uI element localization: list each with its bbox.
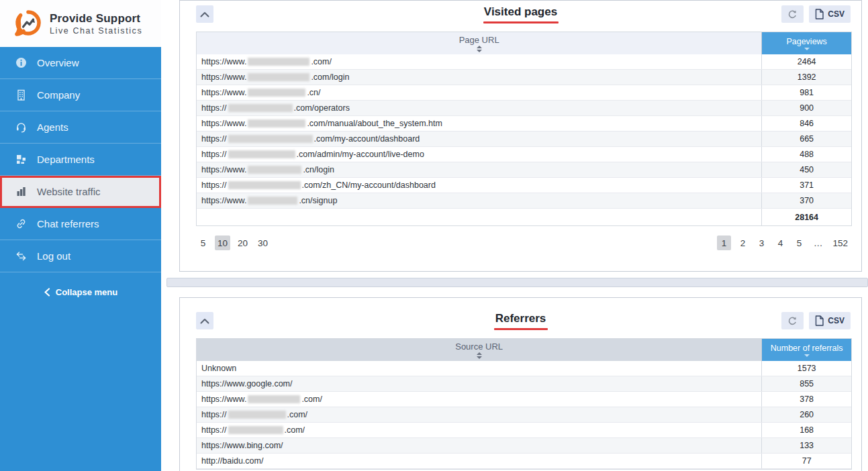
logo-title: Provide Support <box>50 12 142 25</box>
collapse-panel-button[interactable] <box>196 312 213 329</box>
table-row: https://.com/ 260 <box>197 407 851 423</box>
sort-desc-icon <box>804 354 810 357</box>
page-url-cell: https://.com/my-account/dashboard <box>197 132 762 146</box>
csv-label: CSV <box>828 316 845 325</box>
departments-icon <box>15 154 27 165</box>
referrals-cell: 378 <box>762 395 851 404</box>
redacted-url-segment <box>248 166 301 174</box>
refresh-button[interactable] <box>781 312 804 329</box>
table-row: https://www.bing.com/ 133 <box>197 438 851 454</box>
column-header-label: Pageviews <box>786 37 826 46</box>
sidebar-item-agents[interactable]: Agents <box>0 111 161 144</box>
redacted-url-segment <box>248 197 297 205</box>
page-size-option[interactable]: 10 <box>215 235 230 250</box>
redacted-url-segment <box>248 89 305 97</box>
table-row: http://baidu.com/ 77 <box>197 454 851 469</box>
file-icon <box>815 315 824 326</box>
column-header-label: Page URL <box>459 35 499 45</box>
column-header-pageviews[interactable]: Pageviews <box>762 32 851 54</box>
page-url-cell: https://www..cn/login <box>197 162 762 177</box>
table-row: https://.com/ 168 <box>197 423 851 438</box>
refresh-button[interactable] <box>781 5 804 23</box>
visited-pages-table: Page URL Pageviews https://www..com/ 246… <box>196 32 852 226</box>
column-header-source-url[interactable]: Source URL <box>197 339 762 361</box>
page-size-option[interactable]: 5 <box>196 235 210 250</box>
sidebar-item-overview[interactable]: Overview <box>0 47 161 79</box>
source-url-cell: https://.com/ <box>197 407 762 422</box>
pageviews-cell: 981 <box>762 88 851 97</box>
page-number[interactable]: 4 <box>773 235 787 250</box>
sort-desc-icon <box>804 48 810 50</box>
page-number[interactable]: 1 <box>717 235 731 250</box>
refresh-icon <box>787 316 798 326</box>
sidebar: Provide Support Live Chat Statistics Ove… <box>0 0 161 471</box>
source-url-cell: https://www.google.com/ <box>197 376 762 391</box>
collapsed-panel-divider <box>166 278 868 287</box>
refresh-icon <box>787 9 798 19</box>
referrals-cell: 260 <box>762 410 851 419</box>
info-icon <box>15 57 27 68</box>
page-url-cell: https://.com/admin/my-account/live-demo <box>197 147 762 162</box>
referrals-cell: 855 <box>762 379 851 388</box>
csv-label: CSV <box>828 9 845 19</box>
file-icon <box>815 9 824 19</box>
referrals-cell: 168 <box>762 425 851 435</box>
page-size-option[interactable]: 20 <box>235 235 250 250</box>
logout-icon <box>15 250 27 262</box>
table-row: https://www..com/manual/about_the_system… <box>197 116 851 132</box>
table-row: https://.com/operators 900 <box>197 101 851 116</box>
page-number[interactable]: 5 <box>792 235 806 250</box>
panel-title: Visited pages <box>484 5 557 19</box>
sidebar-item-departments[interactable]: Departments <box>0 144 161 176</box>
sidebar-item-company[interactable]: Company <box>0 79 161 111</box>
page-number[interactable]: 152 <box>830 235 851 250</box>
column-header-label: Number of referrals <box>771 344 843 353</box>
sidebar-item-chat-referrers[interactable]: Chat referrers <box>0 208 161 240</box>
page-size-option[interactable]: 30 <box>255 235 271 250</box>
building-icon <box>15 89 27 101</box>
column-header-page-url[interactable]: Page URL <box>197 32 762 54</box>
page-number[interactable]: 2 <box>736 235 750 250</box>
link-icon <box>15 218 27 229</box>
sidebar-item-label: Company <box>37 89 80 101</box>
redacted-url-segment <box>228 411 286 419</box>
table-row: https://www..cn/ 981 <box>197 85 851 101</box>
sidebar-item-website-traffic[interactable]: Website traffic <box>0 176 161 208</box>
table-row: https://www.google.com/ 855 <box>197 376 851 392</box>
table-row: https://www..cn/login 450 <box>197 162 851 178</box>
sidebar-item-label: Overview <box>37 57 79 68</box>
headset-icon <box>15 121 27 133</box>
panel-title: Referrers <box>495 312 546 325</box>
referrals-cell: 133 <box>762 441 851 450</box>
sidebar-item-label: Log out <box>37 250 70 262</box>
column-header-referrals[interactable]: Number of referrals <box>762 339 851 361</box>
page-url-cell: https://www..com/ <box>197 54 762 69</box>
source-url-cell: Unknown <box>197 361 762 376</box>
page-number-selector: 1 2 3 4 5 … 152 <box>717 235 851 250</box>
export-csv-button[interactable]: CSV <box>809 5 851 23</box>
table-row: https://www..com/ 2464 <box>197 54 851 70</box>
table-row: https://www..com/login 1392 <box>197 70 851 85</box>
page-number[interactable]: … <box>811 235 826 250</box>
sidebar-item-log-out[interactable]: Log out <box>0 240 161 272</box>
collapse-panel-button[interactable] <box>196 5 213 23</box>
page-number[interactable]: 3 <box>755 235 769 250</box>
sidebar-item-label: Website traffic <box>37 186 100 197</box>
export-csv-button[interactable]: CSV <box>809 312 851 329</box>
page-url-cell: https://www..com/manual/about_the_system… <box>197 116 762 131</box>
pageviews-cell: 450 <box>762 165 851 174</box>
provide-support-logo-icon <box>13 9 43 38</box>
source-url-cell: https://www.bing.com/ <box>197 438 762 453</box>
collapse-menu-button[interactable]: Collapse menu <box>0 282 161 302</box>
pageviews-cell: 846 <box>762 119 851 128</box>
chevron-left-icon <box>44 288 50 297</box>
pageviews-cell: 900 <box>762 103 851 113</box>
pagination: 5 10 20 30 1 2 3 4 5 … 152 <box>196 235 851 250</box>
referrers-panel: Referrers CSV Source URL <box>179 297 862 471</box>
pageviews-cell: 1392 <box>762 72 851 82</box>
page-url-cell: https://www..cn/signup <box>197 193 762 208</box>
pageviews-cell: 488 <box>762 150 851 159</box>
sidebar-item-label: Departments <box>37 154 95 165</box>
pageviews-cell: 2464 <box>762 57 851 66</box>
chevron-up-icon <box>200 11 209 17</box>
